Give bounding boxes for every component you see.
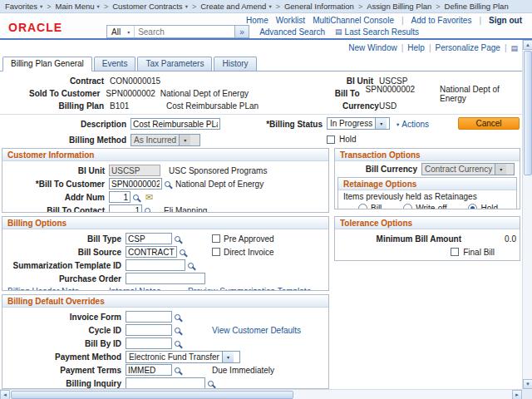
billing-default-overrides-title: Billing Default Overrides xyxy=(2,295,328,308)
minimum-bill-amount-row: Minimum Bill Amount 0.0 xyxy=(335,232,520,245)
bill-source-input[interactable] xyxy=(126,246,177,258)
advanced-search-link[interactable]: Advanced Search xyxy=(259,27,325,37)
personalize-page-link[interactable]: Personalize Page xyxy=(435,43,500,52)
internal-notes-link[interactable]: Internal Notes xyxy=(109,287,160,291)
tab-events[interactable]: Events xyxy=(94,57,136,71)
bill-to-contact-input[interactable] xyxy=(109,204,142,213)
payment-terms-input[interactable] xyxy=(126,364,172,376)
lookup-icon[interactable] xyxy=(133,195,139,200)
vertical-scrollbar[interactable]: ▲ ▼ xyxy=(522,40,532,389)
breadcrumb-separator: > xyxy=(192,2,196,11)
cancel-button[interactable]: Cancel xyxy=(458,117,520,130)
chevron-down-icon: ▾ xyxy=(97,3,100,10)
hold-radio[interactable] xyxy=(468,204,477,209)
bill-to-value: SPN0000002 xyxy=(366,85,416,103)
new-window-link[interactable]: New Window xyxy=(348,43,397,52)
tolerance-options-title: Tolerance Options xyxy=(335,217,520,229)
notepad-icon[interactable]: ▤ xyxy=(510,44,518,52)
chevron-down-icon: ▾ xyxy=(495,164,506,175)
breadcrumb-create-and-amend[interactable]: Create and Amend▾ xyxy=(200,2,272,11)
chevron-down-icon: ▾ xyxy=(397,121,399,128)
billing-options-title: Billing Options xyxy=(2,217,328,229)
search-scope-select[interactable]: All▾ xyxy=(107,26,135,37)
hold-checkbox[interactable] xyxy=(327,135,335,144)
breadcrumb-favorites[interactable]: Favorites▾ xyxy=(5,2,42,11)
invoice-form-row: Invoice Form xyxy=(2,310,328,323)
nav-worklist[interactable]: Worklist xyxy=(276,16,305,25)
lookup-icon[interactable] xyxy=(165,181,170,187)
lookup-icon[interactable] xyxy=(208,381,214,387)
breadcrumb-assign-billing-plan[interactable]: Assign Billing Plan xyxy=(367,2,431,11)
write-off-radio[interactable] xyxy=(403,204,412,209)
scroll-up-arrow[interactable]: ▲ xyxy=(523,40,532,50)
purchase-order-input[interactable] xyxy=(126,273,205,284)
breadcrumb-main-menu[interactable]: Main Menu▾ xyxy=(56,2,100,11)
cycle-id-input[interactable] xyxy=(126,324,172,336)
help-link[interactable]: Help xyxy=(407,43,425,52)
nav-multichannel-console[interactable]: MultiChannel Console xyxy=(313,16,394,25)
tab-history[interactable]: History xyxy=(214,57,256,71)
actions-menu[interactable]: ▾Actions xyxy=(397,120,429,129)
direct-invoice-checkbox[interactable] xyxy=(212,248,220,256)
billing-plan-value: B101 xyxy=(110,101,166,111)
breadcrumb-general-information[interactable]: General Information xyxy=(284,2,354,11)
bill-radio[interactable] xyxy=(358,204,367,209)
lookup-icon[interactable] xyxy=(175,236,180,242)
invoice-form-input[interactable] xyxy=(126,311,172,323)
nav-add-to-favorites[interactable]: Add to Favorites xyxy=(411,16,472,25)
header-nav: Home Worklist MultiChannel Console | Add… xyxy=(246,16,522,25)
summarization-template-input[interactable] xyxy=(126,259,185,271)
description-label: Description xyxy=(0,120,126,129)
vertical-scrollbar-thumb[interactable] xyxy=(524,51,532,175)
lookup-icon[interactable] xyxy=(145,208,150,214)
billing-status-label: *Billing Status xyxy=(245,120,323,129)
bill-currency-label: Bill Currency xyxy=(335,165,421,174)
nav-sign-out[interactable]: Sign out xyxy=(489,16,522,25)
oracle-logo: ORACLE xyxy=(8,21,62,34)
addr-num-input[interactable] xyxy=(109,191,131,203)
radio-write-off: Write-off xyxy=(403,204,446,209)
bill-type-input[interactable] xyxy=(126,233,172,244)
search-input[interactable] xyxy=(135,26,234,37)
payment-terms-desc: Due Immediately xyxy=(212,366,274,375)
bi-unit-label: BI Unit xyxy=(2,166,109,175)
billing-header-note-link[interactable]: Billing Header Note xyxy=(7,287,79,291)
view-customer-defaults-link[interactable]: View Customer Defaults xyxy=(212,326,301,335)
scroll-down-arrow[interactable]: ▼ xyxy=(523,379,532,389)
tab-billing-plan-general[interactable]: Billing Plan General xyxy=(2,57,92,71)
final-bill-checkbox[interactable] xyxy=(451,248,459,256)
envelope-icon[interactable]: ✉ xyxy=(145,192,153,203)
preview-summarization-template-link[interactable]: Preview Summarization Template xyxy=(188,287,311,291)
horizontal-scrollbar-thumb[interactable] xyxy=(11,391,293,399)
bill-to-customer-input[interactable] xyxy=(109,178,162,190)
tab-tax-parameters[interactable]: Tax Parameters xyxy=(137,57,212,71)
bill-to-contact-row: Bill To Contact Eli Manning xyxy=(2,204,328,213)
lookup-icon[interactable] xyxy=(175,328,180,333)
lookup-icon[interactable] xyxy=(175,367,180,373)
payment-method-select[interactable]: Electronic Fund Transfer▾ xyxy=(126,351,240,363)
customer-information-title: Customer Information xyxy=(2,149,328,161)
pre-approved-group: Pre Approved xyxy=(212,234,274,244)
nav-home[interactable]: Home xyxy=(246,16,268,25)
pre-approved-checkbox[interactable] xyxy=(212,234,220,243)
last-search-results-link[interactable]: Last Search Results xyxy=(345,27,420,37)
search-go-button[interactable]: » xyxy=(234,26,249,37)
bill-by-id-input[interactable] xyxy=(126,337,172,349)
scroll-left-arrow[interactable]: ◄ xyxy=(0,390,10,399)
lookup-icon[interactable] xyxy=(175,314,180,320)
billing-status-select[interactable]: In Progress▾ xyxy=(327,117,390,130)
lookup-icon[interactable] xyxy=(188,263,194,268)
customer-information-section: Customer Information BI Unit USC Sponsor… xyxy=(2,148,329,213)
lookup-icon[interactable] xyxy=(175,341,180,347)
lookup-icon[interactable] xyxy=(180,249,185,255)
horizontal-scrollbar[interactable]: ◄ ► xyxy=(0,389,522,399)
breadcrumb-define-billing-plan[interactable]: Define Billing Plan xyxy=(445,2,509,11)
retainage-radio-group: Bill Write-off Hold xyxy=(338,201,516,209)
description-input[interactable] xyxy=(131,118,220,130)
billing-inquiry-input[interactable] xyxy=(126,377,205,389)
write-off-radio-label: Write-off xyxy=(416,204,446,209)
scroll-right-arrow[interactable]: ► xyxy=(512,390,522,399)
bill-source-label: Bill Source xyxy=(2,248,126,257)
contract-label: Contract xyxy=(0,76,110,86)
breadcrumb-customer-contracts[interactable]: Customer Contracts▾ xyxy=(112,2,188,11)
